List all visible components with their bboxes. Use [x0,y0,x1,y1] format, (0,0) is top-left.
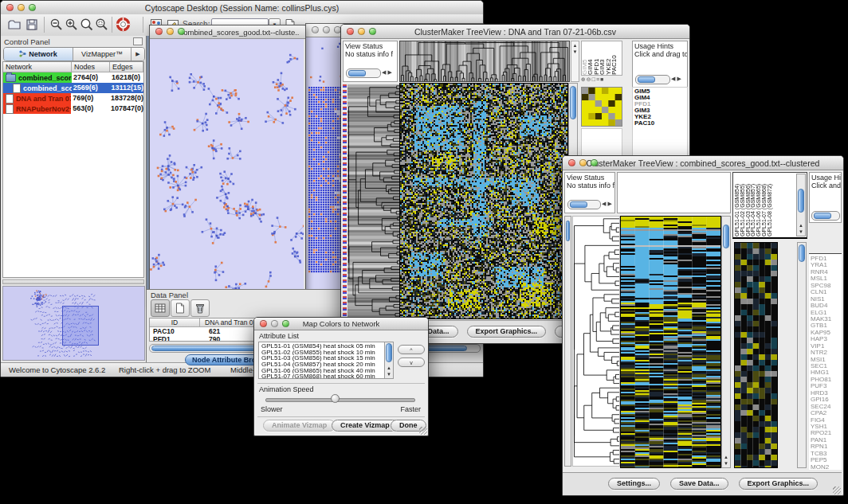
zoom-button[interactable] [369,28,376,35]
column-label[interactable]: YKE2 [606,41,611,75]
zoom-selected-icon[interactable] [95,18,109,32]
column-label[interactable]: GPL51-02 (GSM855) [740,174,746,236]
data-col-id[interactable]: ID [150,318,200,327]
attribute-listbox[interactable]: GPL51-01 (GSM854) heat shock 05 minGPL51… [258,342,394,379]
attribute-list-scrollbar[interactable]: ▲▼ [384,342,393,378]
col-edges[interactable]: Edges [110,62,143,72]
column-label[interactable]: GIM4 [587,41,593,75]
treeview-action-button[interactable]: Save Data... [670,478,728,490]
move-down-button[interactable]: v [398,357,425,367]
network-table-row[interactable]: combined_sco 2569(6) 13112(15) [3,83,143,93]
animate-vizmap-button[interactable]: Animate Vizmap [263,420,336,432]
main-title-bar[interactable]: Cytoscape Desktop (Session Name: collins… [1,1,483,15]
zoom-button[interactable] [178,28,185,35]
attribute-item[interactable]: GPL51-01 (GSM854) heat shock 05 min [261,343,393,350]
network-table-row[interactable]: DNA and Tran 07 769(0) 183728(0) [3,93,143,104]
create-vizmap-button[interactable]: Create Vizmap [332,420,398,432]
network-table-row[interactable]: RNAPuberNov2+ 563(0) 107847(0) [3,104,143,114]
treeview-action-button[interactable]: Export Graphics... [739,478,819,490]
zoom-toolbar-icons[interactable]: ⊕⊖□≡■ [581,76,622,84]
float-panel-icon[interactable] [133,37,143,45]
view-status-scrollbar[interactable] [567,200,601,209]
window-controls[interactable] [260,320,289,327]
treeview1-title-bar[interactable]: ClusterMaker TreeView : DNA and Tran 07-… [341,25,689,39]
zoom-out-icon[interactable] [49,18,64,32]
row-dendrogram-canvas[interactable] [347,84,399,318]
resize-grip[interactable] [833,486,841,494]
zoom-button[interactable] [282,320,289,327]
usage-hints-scrollbar[interactable] [811,211,840,221]
zoom-fit-icon[interactable] [80,18,94,32]
minimize-button[interactable] [579,159,587,166]
minimize-button[interactable] [167,28,174,35]
heatmap-vscrollbar[interactable]: ▲▼ [721,216,731,468]
row-label[interactable]: PAC10 [634,120,687,127]
attribute-item[interactable]: GPL51-06 (GSM865) heat shock 40 min [261,368,393,374]
column-label[interactable]: PAC10 [611,41,617,75]
window-controls[interactable] [6,4,36,11]
new-attribute-icon[interactable] [171,299,190,317]
column-dendrogram-canvas[interactable] [400,41,569,81]
minimize-button[interactable] [358,28,365,35]
move-up-button[interactable]: ^ [398,345,425,354]
close-button[interactable] [260,320,267,327]
window-controls[interactable] [155,28,185,35]
close-button[interactable] [568,159,575,166]
attribute-item[interactable]: GPL51-04 (GSM857) heat shock 20 min [261,361,393,368]
help-lifesaver-icon[interactable] [116,17,130,31]
save-session-icon[interactable] [25,18,39,32]
network-table-header[interactable]: Network Nodes Edges [3,62,143,72]
network-canvas-1[interactable] [150,39,304,303]
tab-network[interactable]: Network [4,48,73,61]
attribute-table-icon[interactable] [151,299,170,317]
window-controls[interactable] [347,28,376,35]
close-button[interactable] [155,28,163,35]
scroll-arrows[interactable]: ◀▶ [671,76,683,82]
col-network[interactable]: Network [3,62,72,72]
zoom-heatmap-canvas[interactable] [582,88,622,126]
row-dendrogram-canvas[interactable] [573,217,619,466]
column-label[interactable]: GPL51-08 (GSM872) [768,174,773,236]
tab-vizmapper[interactable]: VizMapper™ [73,48,132,61]
column-label[interactable]: GPL51-07 (GSM868) [762,174,768,236]
speed-slider-track[interactable] [265,398,415,402]
zoom-heatmap-canvas[interactable] [735,243,777,467]
speed-slider-thumb[interactable] [331,394,340,403]
treeview2-title-bar[interactable]: ClusterMaker TreeView : combined_scores_… [563,156,843,170]
close-button[interactable] [312,26,319,33]
tab-overflow-arrow[interactable]: ▶ [132,48,144,61]
minimize-button[interactable] [323,26,330,33]
column-label[interactable]: GPL51-06 (GSM865) [756,174,762,236]
network-overview-canvas[interactable] [3,287,144,360]
resize-grip[interactable] [419,427,427,435]
panel-splitter[interactable] [2,279,144,284]
delete-attribute-icon[interactable] [190,299,210,317]
scroll-arrows[interactable]: ◀▶ [382,69,394,76]
attribute-item[interactable]: GPL51-02 (GSM855) heat shock 10 min [261,350,393,356]
open-file-icon[interactable] [7,18,22,32]
treeview-action-button[interactable]: Export Graphics... [467,326,547,338]
global-heatmap-canvas[interactable] [621,217,720,467]
attribute-item[interactable]: GPL51-03 (GSM856) heat shock 15 min [261,355,393,361]
column-label[interactable]: GPL51-01 (GSM854) [735,174,740,236]
usage-hints-scrollbar[interactable] [635,75,670,84]
zoom-button[interactable] [591,159,598,166]
close-button[interactable] [6,4,14,11]
global-heatmap-canvas[interactable] [400,84,567,318]
dialog-title-bar[interactable]: Map Colors to Network [254,318,428,330]
zoom-vscrollbar[interactable] [797,242,807,468]
zoom-button[interactable] [29,4,36,11]
zoom-in-icon[interactable] [65,18,79,32]
network-table-row[interactable]: combined_scores 2764(0) 16218(0) [3,72,143,83]
gene-label[interactable]: MON2 [811,464,842,470]
attribute-item[interactable]: GPL51-07 (GSM868) heat shock 60 min [261,373,393,379]
view-status-scrollbar[interactable] [346,68,381,78]
column-label[interactable]: GIM3 [599,41,605,75]
dendrogram-vscrollbar[interactable] [564,216,571,467]
scroll-arrows[interactable]: ◀▶ [602,201,614,207]
minimize-button[interactable] [18,4,25,11]
window-controls[interactable] [568,159,598,166]
dendrogram-scroll-strip[interactable]: ▲▼ [571,41,579,82]
column-dendrogram-panel[interactable] [617,172,731,213]
column-labels-scrollbar[interactable]: ▲▼ [796,174,806,236]
